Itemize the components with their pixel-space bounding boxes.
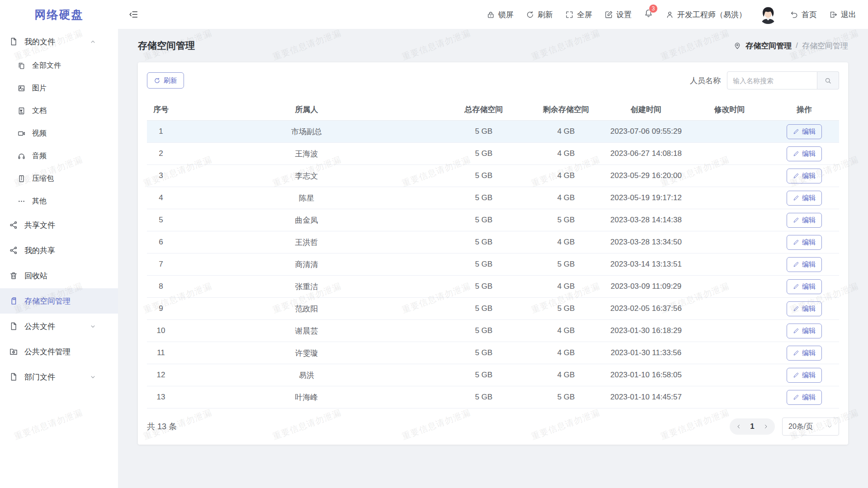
refresh-label: 刷新 — [538, 9, 553, 20]
edit-label: 编辑 — [802, 127, 816, 136]
prev-page-button[interactable] — [731, 418, 746, 435]
cell-owner: 曲金凤 — [175, 209, 438, 231]
edit-button[interactable]: 编辑 — [787, 213, 822, 228]
sidebar-item-my-shares[interactable]: 我的共享 — [0, 238, 118, 263]
cell-index: 12 — [147, 364, 175, 386]
refresh-icon — [526, 10, 534, 19]
sidebar-item-public-files[interactable]: 公共文件 — [0, 314, 118, 339]
cell-total-storage: 5 GB — [438, 231, 529, 253]
cell-created-time: 2023-06-27 14:08:18 — [603, 143, 689, 165]
breadcrumb-item[interactable]: 存储空间管理 — [745, 41, 792, 51]
cell-remaining-storage: 5 GB — [529, 209, 603, 231]
cell-modified-time — [689, 121, 769, 143]
cell-index: 10 — [147, 320, 175, 342]
cell-remaining-storage: 4 GB — [529, 276, 603, 298]
column-header: 操作 — [769, 99, 839, 121]
avatar[interactable] — [759, 5, 778, 24]
sidebar-item-label: 公共文件管理 — [24, 347, 71, 357]
logout-icon — [829, 10, 838, 19]
sidebar-item-archives[interactable]: 压缩包 — [0, 167, 118, 190]
sidebar-item-recycle-bin[interactable]: 回收站 — [0, 263, 118, 288]
sidebar-item-others[interactable]: 其他 — [0, 190, 118, 212]
edit-button[interactable]: 编辑 — [787, 191, 822, 206]
page-size-select[interactable]: 20条/页 — [782, 418, 839, 436]
pencil-icon — [793, 239, 799, 245]
user-menu[interactable]: 开发工程师（易洪） — [665, 9, 746, 20]
edit-button[interactable]: 编辑 — [787, 124, 822, 139]
sidebar-item-label: 文档 — [32, 106, 47, 116]
sidebar-item-all-files[interactable]: 全部文件 — [0, 54, 118, 77]
search-label: 人员名称 — [690, 75, 721, 86]
search-button[interactable] — [817, 71, 839, 89]
edit-button[interactable]: 编辑 — [787, 301, 822, 316]
chevron-down-icon — [90, 374, 96, 380]
column-header: 序号 — [147, 99, 175, 121]
sidebar-item-storage-management[interactable]: 存储空间管理 — [0, 288, 118, 314]
cell-actions: 编辑 — [769, 386, 839, 408]
page-size-value: 20条/页 — [788, 422, 813, 432]
edit-button[interactable]: 编辑 — [787, 146, 822, 161]
cell-modified-time — [689, 187, 769, 209]
table-row: 7商清清5 GB5 GB2023-03-14 13:13:51编辑 — [147, 253, 839, 276]
sidebar-item-label: 我的文件 — [24, 37, 55, 47]
notification-button[interactable]: 3 — [644, 9, 653, 20]
sidebar-item-videos[interactable]: 视频 — [0, 122, 118, 145]
fullscreen-icon — [565, 10, 574, 19]
pencil-icon — [793, 261, 799, 267]
sidebar-item-my-files[interactable]: 我的文件 — [0, 29, 118, 54]
zip-icon — [17, 174, 26, 183]
refresh-button[interactable]: 刷新 — [526, 9, 553, 20]
cell-remaining-storage: 4 GB — [529, 320, 603, 342]
search-icon — [824, 77, 832, 84]
edit-button[interactable]: 编辑 — [787, 390, 822, 405]
page-pill: 1 — [730, 418, 775, 435]
edit-button[interactable]: 编辑 — [787, 235, 822, 250]
cell-created-time: 2023-01-30 11:33:56 — [603, 342, 689, 364]
next-page-button[interactable] — [759, 418, 773, 435]
edit-button[interactable]: 编辑 — [787, 169, 822, 183]
edit-button[interactable]: 编辑 — [787, 324, 822, 338]
edit-label: 编辑 — [802, 172, 816, 180]
notification-badge: 3 — [649, 4, 658, 13]
table-row: 6王洪哲5 GB4 GB2023-03-28 13:34:50编辑 — [147, 231, 839, 253]
logout-button[interactable]: 退出 — [829, 9, 856, 20]
settings-button[interactable]: 设置 — [604, 9, 632, 20]
cell-owner: 张重洁 — [175, 276, 438, 298]
table-row: 12易洪5 GB4 GB2023-01-10 16:58:05编辑 — [147, 364, 839, 386]
refresh-button[interactable]: 刷新 — [147, 72, 184, 89]
lock-screen-button[interactable]: 锁屏 — [486, 9, 514, 20]
pagination: 1 20条/页 — [730, 418, 839, 436]
cell-owner: 范政阳 — [175, 298, 438, 320]
sidebar-item-shared-files[interactable]: 共享文件 — [0, 212, 118, 238]
sidebar-item-department-files[interactable]: 部门文件 — [0, 364, 118, 389]
sidebar-item-public-files-management[interactable]: 公共文件管理 — [0, 339, 118, 364]
sidebar-item-audios[interactable]: 音频 — [0, 145, 118, 167]
cell-index: 6 — [147, 231, 175, 253]
lock-screen-label: 锁屏 — [498, 9, 514, 20]
cell-created-time: 2023-05-19 19:17:12 — [603, 187, 689, 209]
edit-button[interactable]: 编辑 — [787, 346, 822, 361]
edit-label: 编辑 — [802, 216, 816, 225]
edit-label: 编辑 — [802, 349, 816, 357]
edit-button[interactable]: 编辑 — [787, 368, 822, 383]
fold-menu-icon[interactable] — [129, 9, 139, 19]
fullscreen-button[interactable]: 全屏 — [565, 9, 592, 20]
home-button[interactable]: 首页 — [790, 9, 817, 20]
folder-manage-icon — [9, 347, 18, 356]
current-page[interactable]: 1 — [746, 422, 759, 431]
cell-remaining-storage: 5 GB — [529, 253, 603, 276]
map-pin-icon — [733, 42, 741, 50]
sidebar-item-documents[interactable]: 文档 — [0, 99, 118, 122]
sidebar-item-label: 我的共享 — [24, 245, 55, 256]
sidebar-item-label: 图片 — [32, 84, 47, 93]
edit-button[interactable]: 编辑 — [787, 279, 822, 294]
edit-square-icon — [604, 10, 613, 19]
sidebar-item-label: 其他 — [32, 197, 47, 206]
table-row: 3李志文5 GB4 GB2023-05-29 16:20:00编辑 — [147, 165, 839, 187]
search-input[interactable] — [727, 71, 817, 89]
sidebar-item-images[interactable]: 图片 — [0, 77, 118, 99]
page-title: 存储空间管理 — [138, 39, 195, 52]
chevron-down-icon — [826, 423, 833, 430]
edit-button[interactable]: 编辑 — [787, 257, 822, 272]
cell-owner: 王洪哲 — [175, 231, 438, 253]
